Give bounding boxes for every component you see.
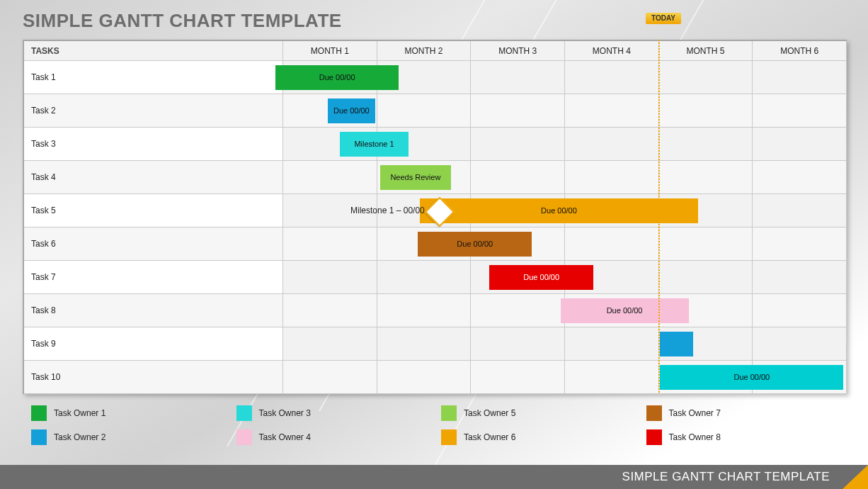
- legend-swatch: [646, 429, 662, 445]
- task-name: Task 8: [24, 294, 283, 327]
- month-header: MONTH 2: [377, 41, 472, 61]
- legend-item: Task Owner 2: [31, 429, 222, 445]
- legend-swatch: [236, 429, 252, 445]
- gantt-bar[interactable]: Due 00/00: [328, 99, 375, 123]
- task-name: Task 4: [24, 161, 283, 194]
- legend-label: Task Owner 4: [259, 432, 311, 442]
- legend-label: Task Owner 8: [669, 432, 721, 442]
- task-name: Task 3: [24, 128, 283, 161]
- task-name: Task 5: [24, 194, 283, 227]
- today-line: [658, 40, 660, 393]
- task-name: Task 6: [24, 227, 283, 261]
- legend-item: Task Owner 4: [236, 429, 428, 445]
- gantt-bar[interactable]: Milestone 1: [340, 132, 409, 157]
- legend-item: Task Owner 1: [31, 405, 222, 421]
- month-header: MONTH 6: [753, 41, 847, 61]
- legend-swatch: [31, 405, 47, 421]
- legend-swatch: [441, 429, 457, 445]
- header-row: TASKS MONTH 1 MONTH 2 MONTH 3 MONTH 4 MO…: [24, 41, 847, 61]
- gantt-bar[interactable]: Due 00/00: [660, 365, 843, 390]
- month-header: MONTH 4: [565, 41, 659, 61]
- legend-label: Task Owner 1: [54, 408, 105, 418]
- legend-label: Task Owner 3: [259, 408, 311, 418]
- legend-swatch: [441, 405, 457, 421]
- task-name: Task 2: [24, 94, 283, 128]
- footer-accent: [843, 465, 868, 489]
- legend-label: Task Owner 2: [54, 432, 105, 442]
- month-header: MONTH 5: [659, 41, 753, 61]
- page-title: SIMPLE GANTT CHART TEMPLATE: [23, 10, 342, 32]
- gantt-bar[interactable]: Due 00/00: [418, 232, 532, 257]
- milestone-label: Milestone 1 – 00/00: [319, 206, 425, 215]
- today-flag: TODAY: [646, 13, 681, 24]
- gantt-bar[interactable]: Due 00/00: [275, 65, 399, 90]
- gantt-chart: TASKS MONTH 1 MONTH 2 MONTH 3 MONTH 4 MO…: [23, 40, 847, 394]
- legend-item: Task Owner 3: [236, 405, 428, 421]
- gantt-bar[interactable]: [660, 332, 693, 356]
- legend-swatch: [646, 405, 662, 421]
- legend-item: Task Owner 5: [441, 405, 632, 421]
- legend-label: Task Owner 7: [669, 408, 721, 418]
- legend-item: Task Owner 8: [646, 429, 838, 445]
- legend-swatch: [31, 429, 47, 445]
- gantt-bar[interactable]: Due 00/00: [561, 298, 689, 323]
- gantt-slide: SIMPLE GANTT CHART TEMPLATE TODAY TASKS …: [0, 0, 868, 489]
- month-header: MONTH 1: [283, 41, 377, 61]
- bars-layer: Due 00/00Due 00/00Milestone 1Needs Revie…: [275, 61, 847, 394]
- task-name: Task 1: [24, 61, 283, 94]
- task-name: Task 10: [24, 361, 283, 394]
- tasks-header: TASKS: [24, 41, 283, 61]
- gantt-bar[interactable]: Due 00/00: [420, 198, 698, 223]
- footer: SIMPLE GANTT CHART TEMPLATE: [0, 465, 868, 489]
- legend-item: Task Owner 7: [646, 405, 838, 421]
- task-name: Task 9: [24, 327, 283, 361]
- task-name: Task 7: [24, 261, 283, 294]
- legend-label: Task Owner 5: [464, 408, 515, 418]
- legend-swatch: [236, 405, 252, 421]
- footer-title: SIMPLE GANTT CHART TEMPLATE: [622, 470, 830, 484]
- gantt-bar[interactable]: Needs Review: [380, 165, 452, 190]
- legend: Task Owner 1Task Owner 3Task Owner 5Task…: [31, 405, 837, 445]
- month-header: MONTH 3: [471, 41, 565, 61]
- legend-label: Task Owner 6: [464, 432, 515, 442]
- legend-item: Task Owner 6: [441, 429, 632, 445]
- gantt-bar[interactable]: Due 00/00: [489, 265, 594, 290]
